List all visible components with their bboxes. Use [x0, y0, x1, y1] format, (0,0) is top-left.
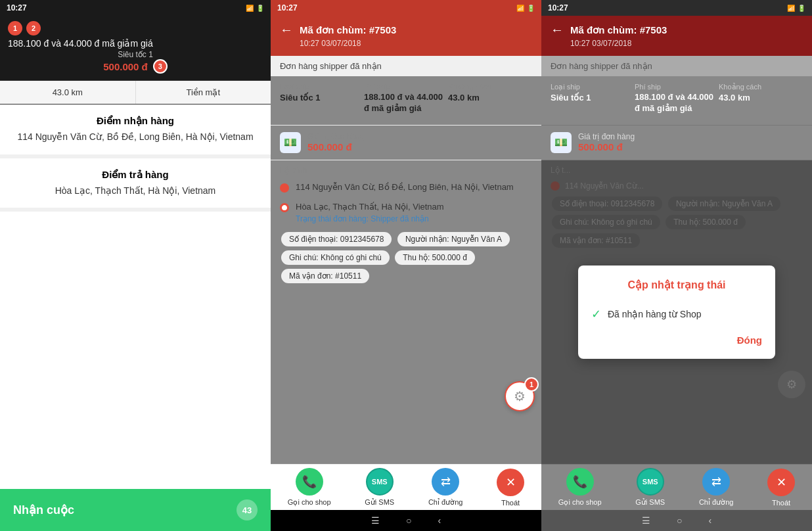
menu-icon-2[interactable]: ☰ — [371, 515, 380, 526]
gear-button-2[interactable]: ⚙ 1 — [505, 381, 535, 411]
signal-icon: 📶 — [246, 5, 254, 12]
route-section-label-2: Lộ trình — [271, 160, 541, 177]
modal-box-3: Cập nhật trạng thái ✓ Đã nhận hàng từ Sh… — [578, 266, 775, 359]
od-row-3: Loại ship Siêu tốc 1 Phí ship 188.100 đ … — [551, 83, 803, 114]
nav-exit-3[interactable]: ✕ Thoát — [767, 469, 795, 507]
route-detail-2: Hòa Lạc, Thạch Thất, Hà Nội, Vietnam Trạ… — [296, 201, 444, 223]
red-header-2: ← Mã đơn chùm: #7503 10:27 03/07/2018 — [271, 16, 541, 56]
nav-exit-2[interactable]: ✕ Thoát — [497, 469, 524, 507]
return-block: Điểm trả hàng Hòa Lạc, Thạch Thất, Hà Nộ… — [0, 158, 271, 212]
nav-call-label-2: Gọi cho shop — [288, 498, 331, 507]
direction-icon-2: ⇄ — [432, 468, 459, 496]
info-row: 43.0 km Tiền mặt — [0, 80, 271, 104]
header-title-2: Mã đơn chùm: #7503 — [300, 24, 396, 36]
nav-call-label-3: Gọi cho shop — [558, 498, 602, 507]
payment-cell: Tiền mặt — [136, 81, 271, 104]
badge-3: 3 — [153, 59, 168, 74]
badge-row: 1 2 — [8, 21, 263, 35]
bottom-nav-2: 📞 Gọi cho shop SMS Gửi SMS ⇄ Chỉ đường ✕… — [271, 464, 541, 510]
red-header-3: ← Mã đơn chùm: #7503 10:27 03/07/2018 — [541, 16, 812, 56]
status-icons-2: 📶 🔋 — [516, 5, 535, 12]
ship-fee-col: Phí ship 188.100 đ và 44.000 đ mã giảm g… — [364, 83, 448, 114]
status-banner-3: Đơn hàng shipper đã nhận — [541, 56, 812, 76]
order-value-text-3: Giá trị đơn hàng 500.000 đ — [578, 132, 635, 152]
status-banner-2: Đơn hàng shipper đã nhận — [271, 56, 541, 76]
menu-icon-3[interactable]: ☰ — [642, 515, 650, 526]
nav-direction-3[interactable]: ⇄ Chỉ đường — [699, 468, 733, 507]
return-title: Điểm trả hàng — [13, 169, 258, 181]
sms-icon-3: SMS — [637, 468, 664, 496]
ship-type-col-3: Loại ship Siêu tốc 1 — [551, 83, 635, 114]
distance-value-2: 43.0 km — [448, 93, 532, 104]
ship-fee-value-2: 188.100 đ và 44.000 đ mã giảm giá — [364, 92, 448, 114]
exit-icon-2: ✕ — [497, 469, 524, 496]
order-value-block-3: 💵 Giá trị đơn hàng 500.000 đ — [541, 126, 812, 160]
ship-fee-label-2: Phí ship — [364, 83, 448, 91]
modal-close-button-3[interactable]: Đóng — [591, 335, 762, 346]
nav-exit-label-2: Thoát — [501, 499, 520, 507]
sys-nav-2: ☰ ○ ‹ — [271, 510, 541, 531]
ov-label-2: Giá trị đơn hàng — [307, 132, 364, 141]
chip-recipient-2: Người nhận: Nguyễn Văn A — [397, 232, 510, 246]
distance-col: Khoảng cách 43.0 km — [448, 83, 532, 114]
battery-icon-2: 🔋 — [527, 5, 535, 12]
route-item-2: Hòa Lạc, Thạch Thất, Hà Nội, Vietnam Trạ… — [280, 197, 532, 227]
distance-label-3: Khoảng cách — [719, 83, 803, 91]
signal-icon-2: 📶 — [516, 5, 524, 12]
distance-col-3: Khoảng cách 43.0 km — [719, 83, 803, 114]
distance-cell: 43.0 km — [0, 81, 136, 104]
badge-2: 2 — [26, 21, 41, 35]
ov-label-3: Giá trị đơn hàng — [578, 132, 635, 141]
nav-direction-label-2: Chỉ đường — [428, 498, 462, 507]
status-icons-3: 📶 🔋 — [787, 5, 805, 12]
time-3: 10:27 — [548, 3, 568, 12]
modal-item-3[interactable]: ✓ Đã nhận hàng từ Shop — [591, 302, 762, 327]
amount: 500.000 đ — [103, 61, 148, 72]
order-details-2: Loại ship Siêu tốc 1 Phí ship 188.100 đ … — [271, 76, 541, 126]
back-button-3[interactable]: ← — [551, 22, 564, 37]
p3-main-area: Lộ t... 114 Nguyễn Văn Cừ... Số điện tho… — [541, 160, 812, 464]
nav-direction-2[interactable]: ⇄ Chỉ đường — [428, 468, 462, 507]
ov-value-2: 500.000 đ — [307, 141, 364, 152]
header-row-3: ← Mã đơn chùm: #7503 — [551, 22, 803, 37]
panel-3: 10:27 📶 🔋 ← Mã đơn chùm: #7503 10:27 03/… — [541, 0, 812, 531]
home-icon-2[interactable]: ○ — [406, 515, 411, 526]
accept-call-button[interactable]: Nhận cuộc 43 — [0, 489, 271, 531]
battery-icon-3: 🔋 — [798, 5, 805, 12]
call-icon-2: 📞 — [296, 468, 323, 496]
route-detail-1: 114 Nguyễn Văn Cừ, Bồ Đề, Long Biên, Hà … — [296, 181, 514, 193]
call-icon-3: 📞 — [566, 468, 594, 496]
back-button-2[interactable]: ← — [280, 22, 293, 37]
direction-icon-3: ⇄ — [702, 468, 730, 496]
home-icon-3[interactable]: ○ — [677, 515, 682, 526]
order-value-text-2: Giá trị đơn hàng 500.000 đ — [307, 132, 364, 152]
panel-1: 10:27 📶 🔋 1 2 188.100 đ và 44.000 đ mã g… — [0, 0, 271, 531]
ship-type-label-2: Loại ship — [280, 83, 364, 91]
battery-icon: 🔋 — [256, 5, 264, 12]
back-icon-2[interactable]: ‹ — [438, 515, 441, 526]
nav-sms-label-3: Gửi SMS — [635, 498, 665, 507]
route-addr-2: Hòa Lạc, Thạch Thất, Hà Nội, Vietnam — [296, 201, 444, 213]
nav-sms-3[interactable]: SMS Gửi SMS — [635, 468, 665, 507]
header-row-2: ← Mã đơn chùm: #7503 — [280, 22, 532, 37]
nav-sms-2[interactable]: SMS Gửi SMS — [365, 468, 394, 507]
bottom-nav-3: 📞 Gọi cho shop SMS Gửi SMS ⇄ Chỉ đường ✕… — [541, 464, 812, 510]
pickup-title: Điểm nhận hàng — [13, 115, 258, 127]
badge-1: 1 — [8, 21, 22, 35]
panel-2: 10:27 📶 🔋 ← Mã đơn chùm: #7503 10:27 03/… — [271, 0, 541, 531]
signal-icon-3: 📶 — [787, 5, 795, 12]
ship-fee-value-3: 188.100 đ và 44.000 đ mã giảm giá — [635, 92, 719, 114]
chip-tracking-2: Mã vận đơn: #10511 — [281, 269, 369, 283]
nav-call-2[interactable]: 📞 Gọi cho shop — [288, 468, 331, 507]
nav-call-3[interactable]: 📞 Gọi cho shop — [558, 468, 602, 507]
nav-direction-label-3: Chỉ đường — [699, 498, 733, 507]
header-subtitle-3: 10:27 03/07/2018 — [551, 39, 803, 48]
sys-nav-3: ☰ ○ ‹ — [541, 510, 812, 531]
modal-overlay-3[interactable]: Cập nhật trạng thái ✓ Đã nhận hàng từ Sh… — [541, 160, 812, 464]
status-bar-3: 10:27 📶 🔋 — [541, 0, 812, 16]
p2-scroll[interactable]: 114 Nguyễn Văn Cừ, Bồ Đề, Long Biên, Hà … — [271, 177, 541, 464]
nav-exit-label-3: Thoát — [772, 499, 790, 507]
ship-type: Siêu tốc 1 — [8, 50, 263, 59]
check-icon-3: ✓ — [591, 307, 601, 321]
back-icon-3[interactable]: ‹ — [708, 515, 711, 526]
